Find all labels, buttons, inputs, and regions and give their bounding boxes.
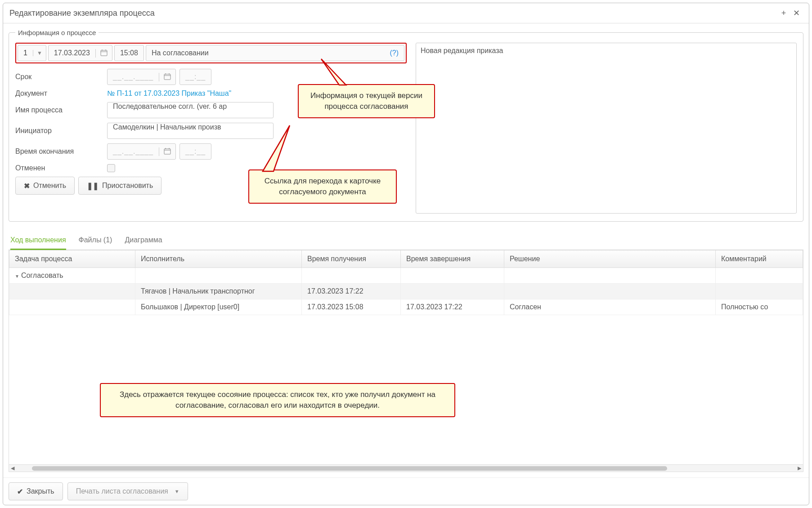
end-time-row: Время окончания __.__.____ __:__ [15, 143, 407, 160]
chevron-down-icon: ▼ [175, 489, 179, 494]
process-info-fieldset: Информация о процессе 1 ▼ 17.03.2023 [9, 29, 803, 222]
table-row[interactable]: Большаков | Директор [user0] 17.03.2023 … [9, 299, 803, 315]
col-comment[interactable]: Комментарий [716, 250, 803, 268]
col-executor[interactable]: Исполнитель [135, 250, 302, 268]
end-time-label: Время окончания [15, 147, 103, 156]
tab-progress[interactable]: Ход выполнения [10, 232, 66, 250]
svg-marker-13 [263, 125, 290, 171]
version-date-input[interactable]: 17.03.2023 [48, 45, 112, 61]
plus-icon[interactable]: + [777, 7, 790, 19]
process-name-label: Имя процесса [15, 106, 103, 114]
document-link[interactable]: № П-11 от 17.03.2023 Приказ "Наша" [107, 89, 231, 98]
deadline-date-input[interactable]: __.__.____ [107, 69, 176, 85]
help-icon[interactable]: (?) [390, 49, 399, 57]
cell-executor: Большаков | Директор [user0] [135, 299, 302, 315]
svg-rect-8 [164, 149, 170, 154]
col-task[interactable]: Задача процесса [9, 250, 135, 268]
cell-completed [401, 284, 504, 299]
x-icon: ✖ [24, 182, 30, 190]
version-status-text: На согласовании [152, 49, 209, 57]
col-received[interactable]: Время получения [302, 250, 401, 268]
content-area: Информация о процессе 1 ▼ 17.03.2023 [3, 23, 809, 477]
document-label: Документ [15, 89, 103, 98]
cell-received: 17.03.2023 17:22 [302, 284, 401, 299]
close-button-label: Закрыть [27, 487, 54, 495]
progress-table-wrap: Задача процесса Исполнитель Время получе… [9, 250, 803, 472]
cell-decision: Согласен [504, 299, 716, 315]
version-time-input[interactable]: 15:08 [114, 45, 144, 61]
check-icon: ✔ [17, 487, 23, 496]
calendar-icon [159, 73, 175, 81]
process-info-legend: Информация о процессе [15, 29, 99, 36]
pause-button-label: Приостановить [102, 182, 153, 190]
table-row[interactable]: Тягачов | Начальник транспортног 17.03.2… [9, 284, 803, 299]
collapse-icon[interactable]: ▼ [15, 274, 19, 279]
process-name-input[interactable]: Последовательное согл. (ver. 6 ap [107, 102, 274, 118]
footer-bar: ✔ Закрыть Печать листа согласования ▼ [3, 477, 809, 505]
col-decision[interactable]: Решение [504, 250, 716, 268]
cell-comment: Полностью со [716, 299, 803, 315]
scroll-thumb[interactable] [32, 466, 667, 471]
cancel-button-label: Отменить [33, 182, 66, 190]
cell-decision [504, 284, 716, 299]
callout-text: Ссылка для перехода к карточке согласуем… [265, 177, 381, 196]
callout-progress: Здесь отражается текущее сосояние процес… [100, 383, 455, 417]
close-icon[interactable]: ✕ [790, 7, 803, 19]
svg-rect-0 [101, 50, 107, 56]
tab-files[interactable]: Файлы (1) [79, 232, 112, 250]
end-date-input[interactable]: __.__.____ [107, 143, 176, 160]
version-status-input[interactable]: На согласовании (?) [146, 45, 404, 61]
initiator-row: Инициатор Самоделкин | Начальник произв [15, 123, 407, 139]
version-date-value: 17.03.2023 [49, 49, 95, 57]
description-textarea[interactable] [416, 43, 797, 214]
table-group-row[interactable]: ▼Согласовать [9, 268, 803, 284]
scroll-left-icon[interactable]: ◀ [9, 465, 16, 471]
titlebar: Редактирование экземпляра процесса + ✕ [3, 3, 809, 23]
svg-marker-12 [321, 59, 346, 85]
pause-icon: ❚❚ [87, 182, 99, 190]
deadline-time-input[interactable]: __:__ [179, 69, 211, 85]
deadline-label: Срок [15, 73, 103, 81]
pause-button[interactable]: ❚❚ Приостановить [78, 177, 162, 195]
initiator-label: Инициатор [15, 127, 103, 135]
window-frame: Редактирование экземпляра процесса + ✕ И… [3, 3, 809, 505]
initiator-input[interactable]: Самоделкин | Начальник произв [107, 123, 274, 139]
col-completed[interactable]: Время завершения [401, 250, 504, 268]
version-select[interactable]: 1 ▼ [18, 45, 46, 61]
horizontal-scrollbar[interactable]: ◀ ▶ [9, 464, 803, 472]
print-button[interactable]: Печать листа согласования ▼ [67, 482, 188, 500]
scroll-right-icon[interactable]: ▶ [796, 465, 803, 471]
group-label: Согласовать [21, 272, 63, 279]
cancelled-label: Отменен [15, 164, 103, 172]
cancelled-checkbox[interactable] [107, 164, 115, 172]
version-number: 1 [18, 49, 33, 57]
progress-table: Задача процесса Исполнитель Время получе… [9, 250, 803, 315]
print-button-label: Печать листа согласования [76, 487, 168, 495]
callout-text: Здесь отражается текущее сосояние процес… [120, 390, 435, 410]
calendar-icon [95, 49, 112, 58]
cell-completed: 17.03.2023 17:22 [401, 299, 504, 315]
calendar-icon [159, 147, 175, 156]
cell-received: 17.03.2023 15:08 [302, 299, 401, 315]
callout-doc-link: Ссылка для перехода к карточке согласуем… [248, 169, 397, 204]
cancel-button[interactable]: ✖ Отменить [15, 177, 75, 195]
cell-executor: Тягачов | Начальник транспортног [135, 284, 302, 299]
chevron-down-icon: ▼ [33, 50, 46, 56]
callout-text: Информация о текущей версии процесса сог… [310, 91, 422, 111]
tabs-bar: Ход выполнения Файлы (1) Диаграмма [9, 232, 803, 250]
svg-rect-4 [164, 74, 170, 80]
deadline-date-placeholder: __.__.____ [108, 73, 159, 81]
cell-comment [716, 284, 803, 299]
end-date-placeholder: __.__.____ [108, 147, 159, 156]
callout-version-info: Информация о текущей версии процесса сог… [298, 84, 435, 118]
close-button[interactable]: ✔ Закрыть [9, 482, 63, 500]
tab-diagram[interactable]: Диаграмма [125, 232, 162, 250]
window-title: Редактирование экземпляра процесса [9, 9, 155, 18]
end-time-input-field[interactable]: __:__ [179, 143, 211, 160]
table-header-row: Задача процесса Исполнитель Время получе… [9, 250, 803, 268]
